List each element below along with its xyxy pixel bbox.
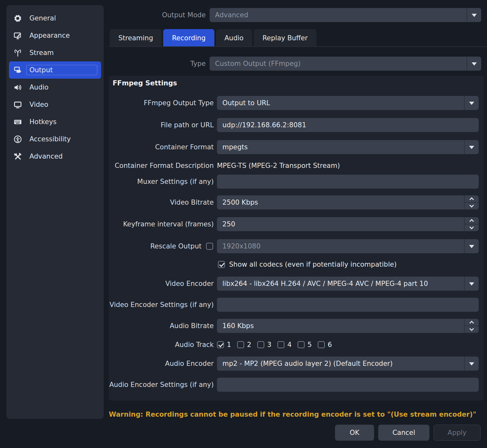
video-encoder-dropdown[interactable]: libx264 - libx264 H.264 / AVC / MPEG-4 A… <box>217 277 479 291</box>
spinner-buttons <box>464 195 479 209</box>
chevron-down-icon <box>469 362 474 365</box>
audio-track-2-checkbox[interactable] <box>237 341 244 348</box>
dropdown-divider <box>464 96 465 110</box>
container-format-dropdown[interactable]: mpegts <box>217 140 479 154</box>
dropdown-divider <box>464 277 465 291</box>
audio-track-label: Audio Track <box>109 341 214 349</box>
dialog-footer: OK Cancel Apply <box>335 425 481 441</box>
tab-streaming[interactable]: Streaming <box>110 29 162 47</box>
audio-encoder-row: Audio Encoder mp2 - MP2 (MPEG audio laye… <box>109 357 484 371</box>
muxer-settings-row: Muxer Settings (if any) <box>109 175 484 189</box>
spin-down-button[interactable] <box>465 203 479 209</box>
show-all-codecs-checkbox[interactable] <box>218 261 225 268</box>
cancel-button[interactable]: Cancel <box>378 425 429 441</box>
audio-track-3-checkbox[interactable] <box>257 341 264 348</box>
audio-track-1-checkbox[interactable] <box>217 341 224 348</box>
audio-track-number: 5 <box>307 341 312 349</box>
sidebar-item-stream[interactable]: Stream <box>9 44 101 61</box>
output-tabs: StreamingRecordingAudioReplay Buffer <box>110 29 316 47</box>
spin-up-button[interactable] <box>465 217 479 224</box>
ffmpeg-output-type-label: FFmpeg Output Type <box>109 99 214 107</box>
audio-bitrate-spinner[interactable]: 160 Kbps <box>217 319 479 333</box>
advanced-icon <box>13 152 22 161</box>
tab-recording[interactable]: Recording <box>163 29 214 47</box>
keyframe-interval-spinner[interactable]: 250 <box>217 217 479 231</box>
video-icon <box>13 100 22 109</box>
audio-track-5-checkbox[interactable] <box>298 341 305 348</box>
audio-track-6-checkbox[interactable] <box>318 341 325 348</box>
accessibility-icon <box>13 134 22 144</box>
show-all-codecs-label: Show all codecs (even if potentially inc… <box>229 261 397 268</box>
settings-sidebar: GeneralAppearanceStreamOutputAudioVideoH… <box>6 5 104 419</box>
spinner-buttons <box>464 319 479 333</box>
sidebar-item-accessibility[interactable]: Accessibility <box>9 130 101 148</box>
ffmpeg-output-type-value: Output to URL <box>222 99 270 107</box>
audio-encoder-dropdown[interactable]: mp2 - MP2 (MPEG audio layer 2) (Default … <box>217 357 479 371</box>
chevron-down-icon <box>469 326 474 331</box>
tabs-divider <box>109 46 487 47</box>
ffmpeg-settings-title: FFmpeg Settings <box>113 79 177 87</box>
sidebar-item-audio[interactable]: Audio <box>9 79 101 96</box>
dropdown-divider <box>467 8 467 22</box>
sidebar-item-label: Stream <box>26 48 57 58</box>
appearance-icon <box>13 31 22 40</box>
audio-bitrate-label: Audio Bitrate <box>109 322 214 330</box>
rescale-output-dropdown[interactable]: 1920x1080 <box>217 239 479 253</box>
audio-track-number: 2 <box>247 341 251 349</box>
video-encoder-settings-input[interactable] <box>217 298 479 312</box>
dropdown-divider <box>464 140 465 154</box>
muxer-settings-label: Muxer Settings (if any) <box>109 178 214 185</box>
audio-encoder-settings-row: Audio Encoder Settings (if any) <box>109 378 484 392</box>
container-format-description-label: Container Format Description <box>109 162 214 169</box>
sidebar-item-label: Output <box>26 65 97 75</box>
apply-button[interactable]: Apply <box>434 425 481 441</box>
audio-encoder-settings-input[interactable] <box>217 378 479 392</box>
spin-down-button[interactable] <box>465 326 479 333</box>
output-mode-dropdown[interactable]: Advanced <box>210 8 481 22</box>
tab-replay-buffer[interactable]: Replay Buffer <box>254 29 316 47</box>
type-dropdown[interactable]: Custom Output (FFmpeg) <box>210 57 481 71</box>
container-format-value: mpegts <box>222 143 248 151</box>
chevron-up-icon <box>469 219 474 223</box>
muxer-settings-input[interactable] <box>217 175 479 189</box>
sidebar-item-output[interactable]: Output <box>9 61 101 79</box>
type-label: Type <box>109 60 206 67</box>
audio-encoder-value: mp2 - MP2 (MPEG audio layer 2) (Default … <box>222 360 393 367</box>
spin-down-button[interactable] <box>465 224 479 231</box>
file-path-input[interactable]: udp://192.168.66.2:8081 <box>217 118 479 132</box>
audio-bitrate-value: 160 Kbps <box>222 322 254 330</box>
type-row: Type Custom Output (FFmpeg) <box>109 57 481 71</box>
recording-warning-text: Warning: Recordings cannot be paused if … <box>109 411 483 418</box>
spin-up-button[interactable] <box>465 195 479 203</box>
keyframe-interval-row: Keyframe interval (frames) 250 <box>109 217 484 231</box>
sidebar-item-hotkeys[interactable]: Hotkeys <box>9 113 101 130</box>
tab-audio[interactable]: Audio <box>216 29 252 47</box>
rescale-output-row: Rescale Output 1920x1080 <box>109 239 484 253</box>
audio-track-4-checkbox[interactable] <box>277 341 284 348</box>
gear-icon <box>13 13 22 23</box>
video-bitrate-spinner[interactable]: 2500 Kbps <box>217 195 479 209</box>
audio-track-number: 4 <box>287 341 292 349</box>
sidebar-item-appearance[interactable]: Appearance <box>9 27 101 44</box>
chevron-up-icon <box>469 320 474 325</box>
ok-button[interactable]: OK <box>335 425 374 441</box>
video-encoder-settings-row: Video Encoder Settings (if any) <box>109 298 484 312</box>
audio-track-number: 1 <box>227 341 231 349</box>
ffmpeg-output-type-dropdown[interactable]: Output to URL <box>217 96 479 110</box>
chevron-down-icon <box>469 224 474 229</box>
chevron-down-icon <box>469 203 474 207</box>
sidebar-item-label: Accessibility <box>26 134 74 144</box>
chevron-down-icon <box>469 245 474 248</box>
sidebar-item-general[interactable]: General <box>9 10 101 27</box>
sidebar-item-advanced[interactable]: Advanced <box>9 148 101 165</box>
dropdown-divider <box>464 239 465 253</box>
stream-icon <box>13 48 22 58</box>
video-encoder-label: Video Encoder <box>109 280 214 287</box>
rescale-output-value: 1920x1080 <box>222 242 260 250</box>
spin-up-button[interactable] <box>465 319 479 326</box>
audio-encoder-label: Audio Encoder <box>109 360 214 367</box>
sidebar-item-video[interactable]: Video <box>9 96 101 113</box>
container-format-row: Container Format mpegts <box>109 140 484 154</box>
rescale-output-checkbox[interactable] <box>206 243 213 250</box>
chevron-up-icon <box>469 197 474 201</box>
